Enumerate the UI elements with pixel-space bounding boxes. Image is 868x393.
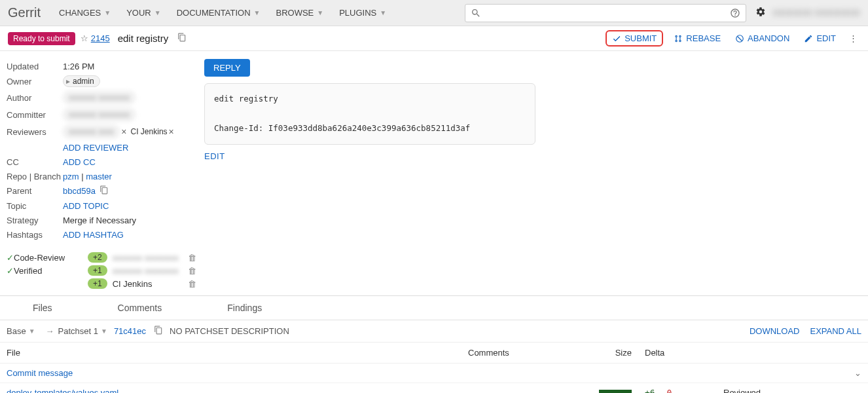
tab-comments[interactable]: Comments <box>85 296 195 320</box>
delete-vote-icon[interactable]: 🗑 <box>188 266 196 276</box>
svg-line-1 <box>738 36 742 41</box>
nav-changes[interactable]: CHANGES▼ <box>52 4 117 22</box>
top-bar: Gerrit CHANGES▼ YOUR▼ DOCUMENTATION▼ BRO… <box>0 0 868 26</box>
remove-reviewer-icon[interactable]: × <box>121 126 126 137</box>
reviewer-chip[interactable]: xxxxxxx xxxx <box>63 125 120 138</box>
current-user[interactable]: XXXXXXX XXXXXXXX <box>772 8 860 18</box>
copy-title-icon[interactable] <box>177 33 187 44</box>
tab-files[interactable]: Files <box>0 296 85 320</box>
search-input[interactable] <box>485 8 727 18</box>
action-bar: SUBMIT REBASE ABANDON EDIT ⋮ <box>606 30 860 47</box>
patchset-bar: Base▼ → Patchset 1▼ 71c41ec NO PATCHSET … <box>0 320 868 343</box>
edit-message-link[interactable]: EDIT <box>204 151 225 161</box>
message-column: REPLY edit registry Change-Id: If03e933d… <box>204 59 861 290</box>
change-number[interactable]: 2145 <box>91 33 110 43</box>
expand-icon[interactable]: ⌄ <box>854 368 861 378</box>
committer-chip[interactable]: xxxxxxx xxxxxxxx <box>63 108 136 121</box>
rebase-button[interactable]: REBASE <box>670 31 725 46</box>
remove-reviewer-icon[interactable]: × <box>169 126 174 137</box>
commit-message-box: edit registry Change-Id: If03e933dd8ba62… <box>204 83 535 145</box>
votes-section: ✓Code-Review +2 xxxxxxx xxxxxxxx 🗑 ✓Veri… <box>7 251 196 290</box>
change-title: edit registry <box>118 33 169 44</box>
nav-documentation[interactable]: DOCUMENTATION▼ <box>170 4 267 22</box>
size-bar <box>599 390 632 393</box>
more-actions-icon[interactable]: ⋮ <box>846 31 860 46</box>
search-icon <box>471 8 481 18</box>
expand-all-link[interactable]: EXPAND ALL <box>810 326 861 336</box>
copy-parent-icon[interactable] <box>99 185 109 196</box>
reviewer-chip-ci[interactable]: CI Jenkins <box>131 127 168 136</box>
abandon-button[interactable]: ABANDON <box>731 31 793 46</box>
delete-vote-icon[interactable]: 🗑 <box>188 253 196 263</box>
main-area: Updated1:26 PM Owner ▸admin Authorxxxxxx… <box>0 51 868 295</box>
edit-button[interactable]: EDIT <box>800 31 840 46</box>
owner-chip[interactable]: ▸admin <box>63 75 100 87</box>
tab-findings[interactable]: Findings <box>194 296 295 320</box>
reply-button[interactable]: REPLY <box>204 59 250 77</box>
metadata-sidebar: Updated1:26 PM Owner ▸admin Authorxxxxxx… <box>7 59 196 290</box>
file-link[interactable]: deploy-templates/values.yaml <box>7 388 118 393</box>
patchset-selector[interactable]: Patchset 1▼ <box>58 326 107 336</box>
nav-browse[interactable]: BROWSE▼ <box>269 4 330 22</box>
strategy-value: Merge if Necessary <box>63 215 136 225</box>
base-selector[interactable]: Base▼ <box>7 326 35 336</box>
change-header: Ready to submit ☆ 2145 edit registry SUB… <box>0 26 868 51</box>
repo-link[interactable]: pzm <box>63 172 79 181</box>
parent-link[interactable]: bbcd59a <box>63 186 96 196</box>
help-icon[interactable] <box>730 8 740 18</box>
submit-button[interactable]: SUBMIT <box>606 30 663 47</box>
patchset-description[interactable]: NO PATCHSET DESCRIPTION <box>170 326 289 336</box>
status-badge: Ready to submit <box>8 32 75 45</box>
file-link[interactable]: Commit message <box>7 368 73 378</box>
vote-row: +1 CI Jenkins 🗑 <box>7 277 196 290</box>
add-topic-link[interactable]: ADD TOPIC <box>63 201 109 211</box>
vote-row: ✓Code-Review +2 xxxxxxx xxxxxxxx 🗑 <box>7 251 196 264</box>
author-chip[interactable]: xxxxxxx xxxxxxxx <box>63 91 136 104</box>
updated-time: 1:26 PM <box>63 62 94 71</box>
star-icon[interactable]: ☆ <box>81 33 88 43</box>
copy-sha-icon[interactable] <box>154 326 163 337</box>
table-row[interactable]: Commit message ⌄ <box>0 364 868 383</box>
top-nav: CHANGES▼ YOUR▼ DOCUMENTATION▼ BROWSE▼ PL… <box>52 4 393 22</box>
add-hashtag-link[interactable]: ADD HASHTAG <box>63 230 124 240</box>
brand-logo: Gerrit <box>8 5 41 20</box>
add-cc-link[interactable]: ADD CC <box>63 157 96 167</box>
branch-link[interactable]: master <box>86 172 112 181</box>
file-tabs: Files Comments Findings <box>0 296 868 320</box>
add-reviewer-link[interactable]: ADD REVIEWER <box>63 143 128 153</box>
vote-row: ✓Verified +1 xxxxxxx xxxxxxxx 🗑 <box>7 264 196 277</box>
file-table: File Comments Size Delta Commit message … <box>0 343 868 393</box>
nav-plugins[interactable]: PLUGINS▼ <box>333 4 393 22</box>
table-row[interactable]: deploy-templates/values.yaml +6-0 Review… <box>0 383 868 394</box>
delete-vote-icon[interactable]: 🗑 <box>188 279 196 289</box>
search-box[interactable] <box>465 4 746 22</box>
nav-your[interactable]: YOUR▼ <box>120 4 167 22</box>
patchset-sha-link[interactable]: 71c41ec <box>114 326 146 336</box>
settings-icon[interactable] <box>755 7 766 19</box>
download-link[interactable]: DOWNLOAD <box>750 326 800 336</box>
expand-icon[interactable]: ⌄ <box>854 388 861 393</box>
